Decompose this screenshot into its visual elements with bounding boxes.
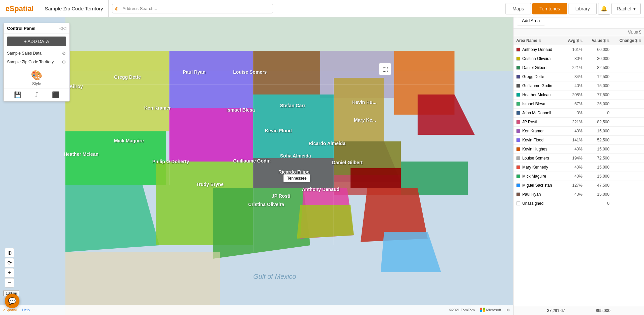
search-bar	[109, 4, 276, 13]
notification-bell-button[interactable]: 🔔	[598, 3, 610, 15]
area-name-cell: Kevin Hughes	[514, 145, 562, 154]
collapse-panel-icon[interactable]: ◁◁	[59, 26, 66, 31]
settings-icon[interactable]: ⚙	[506, 308, 510, 312]
area-avg-cell: 80%	[562, 54, 585, 63]
share-map-icon[interactable]: ⤴	[35, 91, 38, 99]
maps-nav-button[interactable]: Maps	[505, 3, 531, 14]
area-avg-cell: 40%	[562, 127, 585, 136]
col-change[interactable]: Change $ ⇅	[612, 36, 644, 45]
area-value-cell: 82,500	[585, 63, 612, 72]
search-input[interactable]	[112, 4, 273, 13]
table-row[interactable]: John McDonnell0%0	[514, 109, 644, 118]
table-row[interactable]: Unassigned0	[514, 199, 644, 208]
footer-avg-value: 37,291.67	[547, 308, 565, 313]
lasso-tool-button[interactable]: ⬚	[379, 63, 391, 75]
area-avg-cell: 141%	[562, 136, 585, 145]
sort-value-icon: ⇅	[607, 39, 609, 43]
area-change-cell	[612, 190, 644, 199]
zoom-rotate-button[interactable]: ⟳	[5, 258, 14, 267]
control-panel: Control Panel ◁◁ + ADD DATA Sample Sales…	[3, 23, 70, 102]
svg-marker-7	[65, 131, 166, 185]
user-menu-button[interactable]: Rachel ▾	[611, 3, 641, 14]
microsoft-logo: Microsoft	[480, 308, 501, 312]
style-label: Style	[32, 81, 41, 86]
table-row[interactable]: JP Rosti221%82,500	[514, 118, 644, 127]
area-change-cell	[612, 145, 644, 154]
table-row[interactable]: Miguel Sacristan127%47,500	[514, 181, 644, 190]
area-change-cell	[612, 63, 644, 72]
zoom-fit-button[interactable]: ⊕	[5, 248, 14, 257]
espatial-footer-link[interactable]: eSpatial	[3, 308, 17, 312]
table-row[interactable]: Guillaume Godin40%15,000	[514, 81, 644, 90]
area-name-cell: Louise Somers	[514, 154, 562, 163]
sidebar: ⊞ Areas | Viewing 24 Areas ▲ ▼ ☰ Add Are…	[513, 0, 644, 315]
territories-nav-button[interactable]: Territories	[532, 3, 567, 14]
area-value-cell: 15,000	[585, 145, 612, 154]
chat-button[interactable]: 💬	[5, 294, 19, 308]
svg-marker-8	[169, 108, 253, 162]
layer-sample-sales-settings-icon[interactable]: ⚙	[62, 51, 66, 56]
zoom-out-button[interactable]: −	[5, 278, 14, 288]
search-icon-wrap	[112, 4, 273, 13]
area-change-cell	[612, 54, 644, 63]
area-change-cell	[612, 154, 644, 163]
logo-spatial: Spatial	[9, 4, 34, 13]
add-data-button[interactable]: + ADD DATA	[7, 37, 66, 46]
table-row[interactable]: Ismael Blesa67%25,000	[514, 100, 644, 109]
area-avg-cell	[562, 199, 585, 208]
table-row[interactable]: Daniel Gilbert221%82,500	[514, 63, 644, 72]
col-area-name[interactable]: Area Name ⇅	[514, 36, 562, 45]
logo[interactable]: eSpatial	[0, 0, 39, 17]
svg-marker-13	[65, 185, 159, 252]
area-name-cell: Ismael Blesa	[514, 100, 562, 109]
table-row[interactable]: Anthony Denaud161%60,000	[514, 45, 644, 54]
area-avg-cell: 208%	[562, 90, 585, 100]
table-row[interactable]: Gregg Dette34%12,500	[514, 72, 644, 81]
area-name-cell: Heather Mclean	[514, 90, 562, 100]
svg-marker-9	[253, 94, 334, 158]
table-row[interactable]: Mick Maguire40%15,000	[514, 172, 644, 181]
area-avg-cell: 221%	[562, 63, 585, 72]
table-row[interactable]: Kevin Hughes40%15,000	[514, 145, 644, 154]
area-value-cell: 52,500	[585, 136, 612, 145]
sort-area-name-icon: ⇅	[538, 39, 541, 43]
area-value-cell: 12,500	[585, 72, 612, 81]
table-row[interactable]: Mary Kennedy40%15,000	[514, 163, 644, 172]
user-name-label: Rachel	[616, 6, 631, 11]
area-change-cell	[612, 163, 644, 172]
help-footer-link[interactable]: Help	[22, 308, 30, 312]
table-row[interactable]: Paul Ryan40%15,000	[514, 190, 644, 199]
table-row[interactable]: Louise Somers194%72,500	[514, 154, 644, 163]
area-change-cell	[612, 181, 644, 190]
layer-sample-zip-label: Sample Zip Code Territory	[7, 60, 54, 64]
area-avg-cell: 194%	[562, 154, 585, 163]
area-value-cell: 60,000	[585, 45, 612, 54]
table-row[interactable]: Heather Mclean208%77,500	[514, 90, 644, 100]
area-avg-cell: 40%	[562, 190, 585, 199]
area-change-cell	[612, 45, 644, 54]
area-name-cell: Unassigned	[514, 199, 562, 208]
table-row[interactable]: Kevin Flood141%52,500	[514, 136, 644, 145]
save-map-icon[interactable]: 💾	[14, 91, 21, 99]
col-avg[interactable]: Avg $ ⇅	[562, 36, 585, 45]
layer-sample-zip-settings-icon[interactable]: ⚙	[62, 59, 66, 65]
value-header: Value $	[585, 28, 644, 36]
svg-marker-23	[297, 205, 354, 239]
area-name-cell: Gregg Dette	[514, 72, 562, 81]
area-name-cell: Anthony Denaud	[514, 45, 562, 54]
zoom-in-button[interactable]: +	[5, 268, 14, 277]
table-row[interactable]: Ken Kramer40%15,000	[514, 127, 644, 136]
table-row[interactable]: Cristina Oliveira80%30,000	[514, 54, 644, 63]
export-map-icon[interactable]: ⬛	[52, 91, 59, 99]
area-value-cell: 82,500	[585, 118, 612, 127]
area-change-cell	[612, 109, 644, 118]
library-nav-button[interactable]: Library	[569, 3, 597, 14]
zoom-out-icon: −	[8, 280, 11, 286]
logo-e: e	[5, 4, 9, 13]
area-name-cell: Mary Kennedy	[514, 163, 562, 172]
areas-table-wrap[interactable]: Value $ Area Name ⇅ Avg $ ⇅ Value $ ⇅	[514, 28, 644, 306]
area-change-cell	[612, 127, 644, 136]
col-value[interactable]: Value $ ⇅	[585, 36, 612, 45]
map-title: Sample Zip Code Territory	[39, 0, 109, 17]
area-value-cell: 72,500	[585, 154, 612, 163]
